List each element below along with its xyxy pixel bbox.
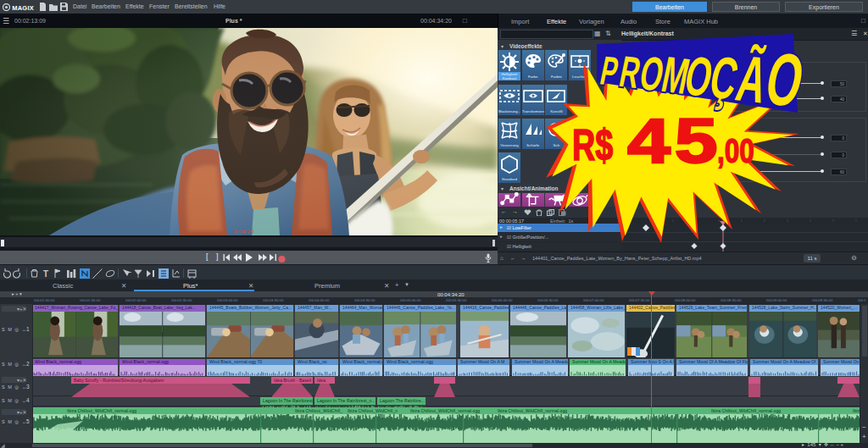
svg-text:,00: ,00 — [717, 131, 754, 169]
svg-text:R$: R$ — [572, 120, 613, 169]
svg-text:T: T — [43, 269, 48, 279]
svg-text:0:04:20: 0:04:20 — [234, 229, 253, 235]
svg-text:45: 45 — [627, 105, 722, 176]
